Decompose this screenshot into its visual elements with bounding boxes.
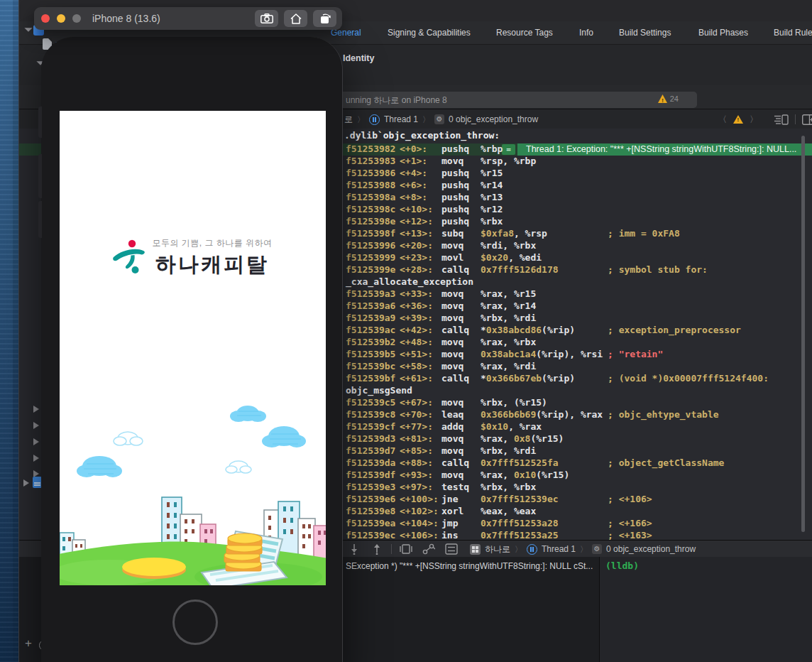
- jumpbar-thread[interactable]: Thread 1: [384, 114, 418, 124]
- hana-symbol-icon: [113, 237, 146, 277]
- rotate-button[interactable]: [313, 10, 336, 27]
- disassembly-line: f512539a9<+39>:movq%rbx, %rdi: [346, 313, 812, 325]
- activity-viewer[interactable]: unning 하나로 on iPhone 8 ! 24: [327, 92, 697, 108]
- step-out-icon[interactable]: [371, 543, 383, 555]
- cloud-filled: [77, 406, 306, 477]
- zoom-button: [72, 14, 81, 23]
- disassembly-wrapped-line: _cxa_allocate_exception: [346, 276, 812, 288]
- environment-overrides-icon[interactable]: [445, 543, 458, 555]
- disassembly-line: f512539e8<+102>:xorl%eax, %eax: [346, 506, 812, 518]
- frame-gear-icon: ⚙: [434, 114, 444, 124]
- identity-section-header: Identity: [343, 53, 374, 63]
- simulator-window-title: iPhone 8 (13.6): [92, 13, 255, 24]
- simulator-titlebar[interactable]: iPhone 8 (13.6): [34, 7, 342, 30]
- next-issue-button[interactable]: 〉: [750, 114, 758, 126]
- lldb-prompt: (lldb): [605, 560, 639, 571]
- disassembly-line: f51253983<+1>:movq%rsp, %rbp: [346, 156, 812, 168]
- disclosure-triangle-icon[interactable]: [33, 422, 39, 429]
- disassembly-line: f512539ea<+104>:jmp0x7fff51253a28; <+166…: [346, 518, 812, 530]
- disassembly-line: f512539df<+93>:movq%rax, 0x10(%r15): [346, 470, 812, 482]
- coin-pad: [122, 558, 186, 579]
- project-disclosure-icon[interactable]: [24, 28, 32, 32]
- tab-signing-capabilities[interactable]: Signing & Capabilities: [388, 28, 471, 38]
- warning-count[interactable]: 24: [670, 94, 679, 103]
- breadcrumb-separator: 〉: [422, 114, 430, 125]
- disassembly-line: f51253988<+6>:pushq%r14: [346, 180, 812, 192]
- desktop: { "simulator": { "title": "iPhone 8 (13.…: [0, 0, 812, 662]
- disassembly-line: f51253999<+23>:movl$0x20, %edi: [346, 252, 812, 264]
- simulator-device-bezel: 모두의 기쁨, 그 하나를 위하여 하나캐피탈: [41, 37, 343, 662]
- disclosure-triangle-icon[interactable]: [33, 438, 39, 445]
- tab-build-phases[interactable]: Build Phases: [698, 28, 748, 38]
- svg-text:!: !: [662, 97, 664, 104]
- close-button[interactable]: [41, 14, 50, 23]
- disassembly-line: f512539a3<+33>:movq%rax, %r15: [346, 288, 812, 300]
- disassembly-line: f512539c5<+67>:movq%rbx, (%r15): [346, 397, 812, 409]
- frame-gear-icon: ⚙: [592, 544, 602, 554]
- disclosure-triangle-icon[interactable]: [33, 406, 39, 413]
- disclosure-triangle-icon[interactable]: [23, 479, 29, 487]
- minimize-button[interactable]: [57, 14, 65, 23]
- breadcrumb-separator: 〉: [580, 544, 588, 555]
- disassembly-line: f5125398c<+10>:pushq%r12: [346, 204, 812, 216]
- tab-build-settings[interactable]: Build Settings: [619, 28, 671, 38]
- screenshot-button[interactable]: [255, 10, 278, 27]
- volume-up-button[interactable]: [38, 154, 42, 198]
- tab-resource-tags[interactable]: Resource Tags: [496, 28, 553, 38]
- simulator-screen: 모두의 기쁨, 그 하나를 위하여 하나캐피탈: [60, 111, 326, 585]
- disassembly-line: f512539cf<+77>:addq$0x10, %rax: [346, 421, 812, 433]
- warning-icon[interactable]: !: [658, 94, 667, 103]
- console-pane[interactable]: (lldb): [599, 557, 812, 662]
- debugbar-thread[interactable]: Thread 1: [542, 544, 576, 554]
- disassembly-line: f5125399e<+28>:callq0x7fff5126d178; symb…: [346, 264, 812, 276]
- editor-scrollbar[interactable]: [801, 136, 805, 532]
- debugbar-frame[interactable]: 0 objc_exception_throw: [606, 544, 696, 554]
- disassembly-wrapped-line: objc_msgSend: [346, 385, 812, 397]
- disassembly-line: f512539d7<+85>:movq%rbx, %rdi: [346, 445, 812, 457]
- rotate-icon: [319, 13, 331, 24]
- volume-down-button[interactable]: [38, 201, 42, 238]
- step-into-icon[interactable]: [348, 543, 361, 555]
- app-icon: [470, 544, 481, 555]
- disassembly-line: f512539d3<+81>:movq%rax, 0x8(%r15): [346, 433, 812, 445]
- toolbar-divider: [391, 544, 392, 554]
- disassembly-line: f512539b2<+48>:movq%rax, %rbx: [346, 337, 812, 349]
- disassembly-line: f51253982<+0>:pushq%rbp: [346, 143, 812, 156]
- home-icon: [290, 13, 302, 24]
- jumpbar-frame[interactable]: 0 objc_exception_throw: [449, 114, 538, 124]
- add-button[interactable]: +: [25, 636, 32, 651]
- jumpbar-process-fragment[interactable]: 로: [344, 114, 353, 126]
- disassembly-line: f5125398e<+12>:pushq%rbx: [346, 216, 812, 228]
- disassembly-line: f51253986<+4>:pushq%r15: [346, 168, 812, 180]
- app-brand-name: 하나캐피탈: [155, 251, 269, 279]
- thread-icon: [369, 114, 380, 125]
- prev-issue-button[interactable]: 〈: [718, 114, 727, 126]
- activity-status-text: unning 하나로 on iPhone 8: [346, 94, 447, 107]
- disassembly-line: f512539ac<+42>:callq*0x38abcd86(%rip); e…: [346, 325, 812, 337]
- home-button[interactable]: [172, 599, 218, 645]
- side-button[interactable]: [38, 107, 42, 138]
- tab-info[interactable]: Info: [579, 28, 593, 38]
- disassembly-line: f5125398f<+13>:subq$0xfa8, %rsp; imm = 0…: [346, 228, 812, 240]
- tab-build-rules[interactable]: Build Rules: [774, 28, 812, 38]
- debug-view-hierarchy-icon[interactable]: [400, 543, 412, 555]
- disassembly-line: f512539c8<+70>:leaq0x366b6b69(%rip), %ra…: [346, 409, 812, 421]
- issue-warning-icon[interactable]: [733, 115, 743, 124]
- breadcrumb-separator: 〉: [515, 544, 522, 555]
- debugbar-process[interactable]: 하나로: [485, 543, 510, 555]
- home-button-toolbar[interactable]: [284, 10, 307, 27]
- breadcrumb-separator: 〉: [357, 114, 365, 125]
- coin-stack: [224, 533, 262, 571]
- disassembly-line: f512539e6<+100>:jne0x7fff512539ec; <+106…: [346, 494, 812, 506]
- disclosure-triangle-icon[interactable]: [33, 455, 39, 462]
- toolbar-divider: [795, 114, 796, 124]
- disassembly-line: f512539ec<+106>:ins0x7fff51253a25; <+163…: [346, 530, 812, 540]
- disassembly-line: f512539e3<+97>:testq%rbx, %rbx: [346, 482, 812, 494]
- memory-graph-icon[interactable]: [422, 543, 435, 555]
- disassembly-line: f5125398a<+8>:pushq%r13: [346, 192, 812, 204]
- splash-illustration: [60, 394, 326, 585]
- add-editor-icon[interactable]: [802, 114, 812, 125]
- adjust-editor-options-icon[interactable]: [774, 114, 789, 125]
- disassembly-listing: f51253982<+0>:pushq%rbpf51253983<+1>:mov…: [346, 129, 812, 540]
- disassembly-line: f512539bf<+61>:callq*0x366b67eb(%rip); (…: [346, 373, 812, 385]
